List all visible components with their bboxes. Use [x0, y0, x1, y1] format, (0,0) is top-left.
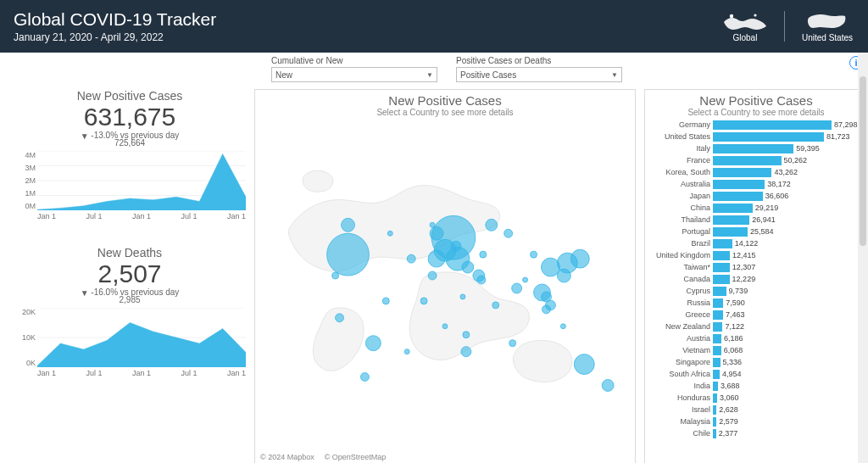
country-name: Singapore — [645, 358, 713, 366]
filter-cumulative-group: Cumulative or New New ▼ — [271, 56, 437, 82]
country-bar-row[interactable]: New Zealand7,122 — [645, 321, 864, 332]
country-bar-rect — [713, 382, 718, 391]
filter-metric-select[interactable]: Positive Cases ▼ — [456, 67, 622, 82]
svg-point-28 — [451, 241, 461, 251]
country-bar-cell: 14,122 — [713, 239, 864, 248]
map-title: New Positive Cases — [255, 90, 635, 108]
country-bar-row[interactable]: Italy59,395 — [645, 142, 864, 154]
country-bar-row[interactable]: Russia7,590 — [645, 297, 864, 309]
country-bar-rect — [713, 132, 824, 142]
scrollbar-thumb[interactable] — [860, 76, 866, 246]
scrollbar[interactable] — [858, 53, 868, 463]
svg-point-37 — [428, 271, 437, 280]
country-bar-row[interactable]: Greece7,463 — [645, 309, 864, 321]
map-subtitle: Select a Country to see more details — [255, 108, 635, 117]
country-bar-value: 6,186 — [724, 334, 743, 343]
cases-trend-chart[interactable]: 4M3M2M1M0M Jan 1Jul 1Jan 1Jul 1Jan 1 — [14, 151, 246, 232]
down-arrow-icon: ▼ — [81, 131, 89, 141]
country-bar-rect — [713, 298, 723, 308]
svg-point-1 — [754, 14, 756, 16]
country-bar-rect — [713, 370, 720, 379]
svg-point-0 — [730, 14, 733, 17]
country-bar-list[interactable]: Germany87,298United States81,723Italy59,… — [645, 119, 867, 439]
header-left: Global COVID-19 Tracker January 21, 2020… — [14, 9, 216, 42]
main-grid: New Positive Cases 631,675 ▼ -13.0% vs p… — [0, 84, 868, 463]
country-bar-row[interactable]: Israel2,628 — [645, 404, 864, 416]
country-bar-row[interactable]: India3,688 — [645, 380, 864, 392]
country-bar-row[interactable]: Australia38,172 — [645, 178, 864, 190]
country-bar-value: 38,172 — [767, 180, 791, 188]
deaths-trend-chart[interactable]: 20K10K0K Jan 1Jul 1Jan 1Jul 1Jan 1 — [14, 308, 246, 389]
country-bar-row[interactable]: Germany87,298 — [645, 119, 864, 131]
country-bar-row[interactable]: Thailand26,941 — [645, 214, 864, 226]
kpi-cases-panel: New Positive Cases 631,675 ▼ -13.0% vs p… — [14, 89, 246, 232]
country-bar-row[interactable]: Taiwan*12,307 — [645, 261, 864, 273]
country-bar-row[interactable]: United Kingdom12,415 — [645, 249, 864, 261]
svg-point-45 — [463, 332, 470, 338]
country-bar-cell: 2,628 — [713, 405, 864, 415]
country-bar-row[interactable]: South Africa4,954 — [645, 368, 864, 380]
country-bar-value: 12,307 — [732, 263, 756, 271]
country-bar-row[interactable]: United States81,723 — [645, 131, 864, 142]
filter-metric-group: Positive Cases or Deaths Positive Cases … — [456, 56, 622, 82]
kpi-cases-title: New Positive Cases — [14, 89, 246, 103]
svg-point-22 — [557, 269, 570, 282]
country-bar-rect — [713, 156, 782, 165]
country-bar-row[interactable]: Canada12,229 — [645, 273, 864, 285]
country-bar-rect — [713, 204, 753, 213]
country-bar-row[interactable]: Portugal25,584 — [645, 226, 864, 237]
nav-global[interactable]: Global — [721, 9, 769, 44]
chevron-down-icon: ▼ — [611, 71, 618, 79]
header-date-range: January 21, 2020 - April 29, 2022 — [14, 31, 216, 43]
country-bar-rect — [713, 263, 730, 272]
cases-x-ticks: Jan 1Jul 1Jan 1Jul 1Jan 1 — [14, 210, 246, 220]
country-bar-row[interactable]: Chile2,377 — [645, 427, 864, 439]
country-bar-rect — [713, 393, 717, 403]
svg-point-33 — [336, 314, 344, 322]
country-bar-row[interactable]: Honduras3,060 — [645, 392, 864, 404]
nav-us[interactable]: United States — [800, 9, 854, 44]
country-bar-row[interactable]: Vietnam6,068 — [645, 344, 864, 356]
country-bar-value: 7,122 — [725, 322, 744, 331]
cases-y-ticks: 4M3M2M1M0M — [14, 151, 36, 210]
nav-us-label: United States — [802, 33, 853, 42]
country-bars-subtitle: Select a Country to see more details — [645, 108, 867, 117]
country-bar-row[interactable]: Korea, South43,262 — [645, 166, 864, 178]
filter-cumulative-label: Cumulative or New — [271, 56, 437, 65]
country-bar-cell: 9,739 — [713, 287, 864, 296]
country-bar-value: 3,060 — [720, 393, 739, 402]
country-bar-rect — [713, 275, 730, 284]
filter-cumulative-select[interactable]: New ▼ — [271, 67, 437, 82]
country-bar-row[interactable]: Brazil14,122 — [645, 237, 864, 249]
svg-point-32 — [512, 283, 522, 293]
country-bar-row[interactable]: Singapore5,336 — [645, 356, 864, 368]
country-bar-value: 4,954 — [722, 370, 742, 378]
svg-point-53 — [404, 349, 409, 354]
country-bar-row[interactable]: Japan36,606 — [645, 190, 864, 202]
svg-point-38 — [407, 254, 415, 263]
country-bar-value: 12,229 — [732, 275, 756, 283]
nav-separator — [784, 11, 785, 42]
country-bar-value: 59,395 — [796, 144, 820, 153]
country-bar-row[interactable]: Cyprus9,739 — [645, 285, 864, 297]
country-bar-row[interactable]: France50,262 — [645, 154, 864, 166]
svg-point-19 — [428, 250, 445, 267]
country-bar-row[interactable]: China29,219 — [645, 202, 864, 214]
country-bar-value: 36,606 — [765, 192, 789, 200]
country-bar-cell: 4,954 — [713, 370, 864, 379]
page-title: Global COVID-19 Tracker — [14, 9, 216, 29]
svg-point-31 — [461, 347, 471, 357]
map-canvas[interactable] — [255, 117, 635, 451]
country-bar-rect — [713, 322, 722, 332]
svg-point-44 — [480, 251, 487, 258]
country-bar-cell: 29,219 — [713, 204, 864, 213]
svg-point-34 — [477, 276, 486, 284]
country-name: United Kingdom — [645, 251, 713, 259]
country-bar-row[interactable]: Austria6,186 — [645, 332, 864, 344]
country-bar-row[interactable]: Malaysia2,579 — [645, 416, 864, 427]
svg-point-42 — [382, 298, 389, 304]
country-bar-rect — [713, 192, 763, 201]
country-name: New Zealand — [645, 322, 713, 331]
map-panel: New Positive Cases Select a Country to s… — [254, 89, 636, 463]
svg-point-23 — [342, 218, 355, 232]
